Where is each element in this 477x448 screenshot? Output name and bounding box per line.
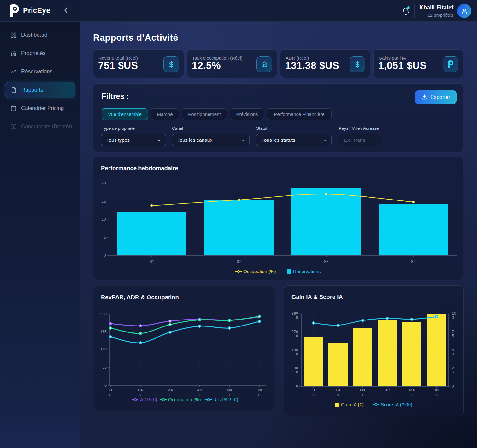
svg-text:2: 2 [452, 366, 454, 370]
svg-text:RevPAR (€): RevPAR (€) [213, 397, 238, 402]
svg-text:20: 20 [102, 181, 106, 185]
svg-text:0: 0 [296, 315, 298, 320]
svg-text:S2: S2 [237, 260, 241, 264]
svg-text:Score IA (/100): Score IA (/100) [381, 402, 412, 407]
svg-text:0: 0 [296, 334, 298, 338]
svg-text:n: n [435, 392, 438, 397]
svg-text:Ma: Ma [409, 388, 415, 392]
svg-text:Fé: Fé [138, 388, 143, 392]
svg-text:0: 0 [296, 352, 298, 356]
svg-text:360: 360 [292, 311, 298, 316]
svg-text:r: r [169, 392, 171, 397]
svg-text:n: n [258, 392, 261, 397]
svg-text:0: 0 [104, 253, 106, 258]
svg-text:Ma: Ma [227, 388, 232, 392]
svg-text:7: 7 [452, 330, 454, 334]
svg-text:Gain IA (€): Gain IA (€) [341, 402, 364, 407]
svg-text:Ma: Ma [167, 388, 173, 392]
svg-text:S1: S1 [149, 260, 154, 264]
svg-text:0: 0 [104, 383, 107, 388]
svg-text:i: i [411, 392, 412, 397]
svg-text:10: 10 [102, 217, 106, 222]
svg-text:Ja: Ja [311, 388, 315, 392]
svg-text:15: 15 [102, 199, 106, 204]
svg-text:0: 0 [296, 384, 298, 389]
svg-text:270: 270 [292, 330, 298, 334]
svg-text:5: 5 [452, 334, 454, 338]
svg-text:55: 55 [102, 365, 107, 370]
svg-text:0: 0 [452, 315, 454, 320]
svg-text:0: 0 [296, 370, 298, 374]
svg-text:Fé: Fé [336, 388, 340, 392]
svg-text:n: n [109, 392, 112, 397]
svg-text:180: 180 [292, 348, 298, 352]
svg-text:Av: Av [197, 388, 202, 392]
svg-text:220: 220 [100, 312, 107, 316]
svg-text:0: 0 [452, 384, 454, 389]
svg-text:Occupation (%): Occupation (%) [243, 269, 276, 274]
svg-text:0: 0 [452, 352, 454, 356]
svg-text:165: 165 [100, 330, 107, 334]
svg-text:5: 5 [452, 348, 454, 352]
svg-text:Ja: Ja [108, 388, 112, 392]
svg-text:S3: S3 [324, 260, 328, 264]
svg-text:r: r [386, 392, 388, 397]
svg-text:90: 90 [294, 366, 298, 370]
svg-text:r: r [362, 392, 363, 397]
svg-text:Réservations: Réservations [293, 269, 321, 274]
svg-text:5: 5 [452, 370, 454, 374]
svg-text:110: 110 [100, 347, 107, 351]
svg-text:Ma: Ma [360, 388, 365, 392]
svg-text:Occupation (%): Occupation (%) [168, 397, 201, 402]
svg-text:S4: S4 [411, 260, 415, 264]
svg-text:v: v [337, 392, 339, 397]
svg-text:i: i [229, 392, 230, 397]
svg-text:5: 5 [104, 235, 106, 240]
svg-text:Av: Av [385, 388, 390, 392]
svg-text:ADR (€): ADR (€) [140, 397, 157, 402]
svg-text:Jui: Jui [257, 388, 262, 392]
svg-text:Jui: Jui [434, 388, 439, 392]
svg-text:n: n [312, 392, 315, 397]
svg-text:r: r [199, 392, 200, 397]
svg-text:10: 10 [452, 311, 456, 316]
svg-text:v: v [139, 392, 142, 397]
